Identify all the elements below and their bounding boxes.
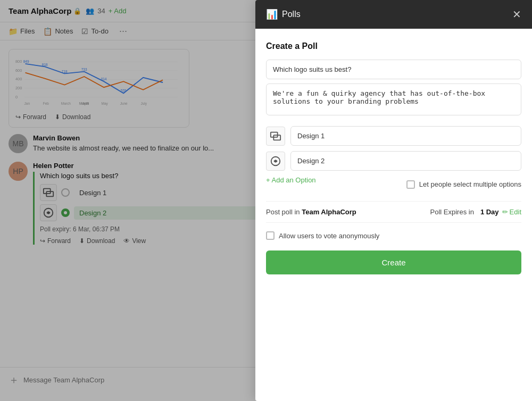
modal-option-1-row	[266, 126, 521, 146]
expires-label: Poll Expires in 1 Day ✏ Edit	[430, 208, 521, 216]
modal-design1-icon	[266, 127, 285, 146]
poll-question-input[interactable]	[266, 60, 521, 79]
modal-title-text: Polls	[282, 10, 301, 19]
modal-design2-icon	[266, 152, 285, 171]
poll-description-input[interactable]: We're a fun & quirky agency that has out…	[266, 83, 521, 115]
edit-icon: ✏	[502, 208, 508, 216]
modal-option1-input[interactable]	[290, 126, 521, 146]
modal-title: 📊 Polls	[266, 9, 301, 20]
multiple-options-checkbox[interactable]	[406, 180, 415, 189]
modal-option2-input[interactable]	[290, 151, 521, 171]
anonymous-row: Allow users to vote anonymously	[266, 231, 521, 240]
post-in-label: Post poll in Team AlphaCorp	[266, 208, 356, 216]
multiple-options-label: Let people select multiple options	[406, 180, 521, 189]
anonymous-checkbox[interactable]	[266, 231, 275, 240]
create-poll-title: Create a Poll	[266, 41, 521, 51]
create-poll-button[interactable]: Create	[266, 250, 521, 274]
polls-modal: 📊 Polls ✕ Create a Poll We're a fun & qu…	[255, 0, 532, 401]
edit-label: Edit	[510, 208, 521, 216]
anonymous-label: Allow users to vote anonymously	[279, 232, 379, 240]
poll-options-row: + Add an Option Let people select multip…	[266, 176, 521, 193]
polls-modal-icon: 📊	[266, 9, 278, 20]
modal-option-2-row	[266, 151, 521, 171]
add-option-button[interactable]: + Add an Option	[266, 176, 316, 184]
modal-close-button[interactable]: ✕	[512, 9, 521, 20]
multiple-options-text: Let people select multiple options	[419, 180, 521, 188]
expires-value: 1 Day	[480, 208, 499, 216]
modal-body: Create a Poll We're a fun & quirky agenc…	[255, 29, 532, 401]
expires-text: Poll Expires in	[430, 208, 474, 216]
poll-footer-row: Post poll in Team AlphaCorp Poll Expires…	[266, 201, 521, 223]
post-in-text: Post poll in	[266, 208, 300, 216]
modal-header: 📊 Polls ✕	[255, 0, 532, 29]
post-in-channel: Team AlphaCorp	[302, 208, 356, 216]
edit-expiry-button[interactable]: ✏ Edit	[502, 208, 521, 216]
